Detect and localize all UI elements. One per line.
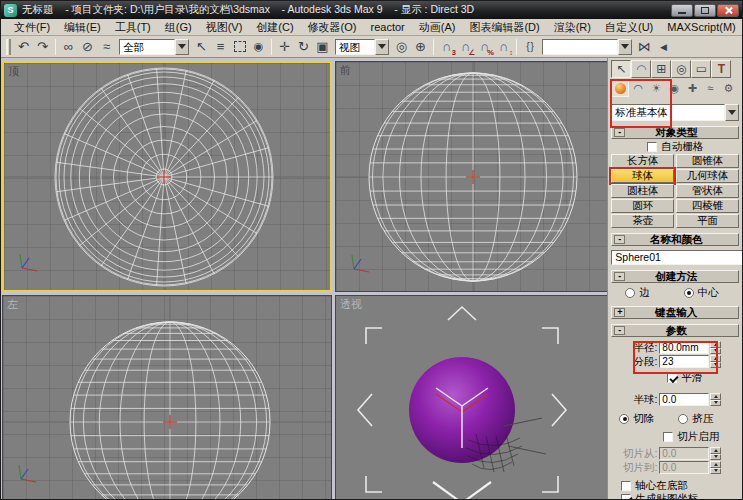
menu-edit[interactable]: 编辑(E) [57,19,108,36]
tab-motion[interactable] [671,60,691,78]
undo-icon[interactable] [14,38,33,56]
viewport-perspective-label[interactable]: 透视 [340,297,362,312]
bind-to-spacewarp-icon[interactable] [97,38,116,56]
tab-modify[interactable] [631,60,651,78]
tab-create[interactable] [611,60,631,78]
category-systems-icon[interactable] [719,80,737,97]
autogrid-checkbox[interactable] [647,142,657,152]
smooth-checkbox[interactable] [667,373,677,383]
select-and-link-icon[interactable] [59,38,78,56]
menu-reactor[interactable]: reactor [364,20,412,34]
hemisphere-field[interactable] [659,393,709,406]
rollout-name-color[interactable]: 名称和颜色 [611,233,739,246]
select-object-icon[interactable] [192,38,211,56]
named-selection-dropdown[interactable] [542,39,632,55]
tab-display[interactable] [691,60,711,78]
chop-radio[interactable] [619,414,629,424]
percent-snap-icon[interactable]: % [475,38,494,56]
category-cameras-icon[interactable] [665,80,683,97]
radius-spinner[interactable] [710,341,721,354]
select-move-icon[interactable] [275,38,294,56]
tab-utilities[interactable] [711,60,731,78]
menu-group[interactable]: 组(G) [158,19,199,36]
toolbar-grip[interactable] [6,39,11,55]
select-by-name-icon[interactable] [211,38,230,56]
geometry-category-arrow[interactable] [725,104,739,121]
named-selection-arrow[interactable] [618,39,632,55]
menu-tools[interactable]: 工具(T) [108,19,158,36]
category-geometry-icon[interactable] [611,80,629,97]
menu-graph-editors[interactable]: 图表编辑器(D) [462,19,546,36]
selection-filter-dropdown[interactable]: 全部 [119,39,189,55]
viewport-left-label[interactable]: 左 [7,297,18,312]
menu-maxscript[interactable]: MAXScript(M) [660,20,742,34]
segments-field[interactable] [659,355,709,368]
reference-coordsys-arrow[interactable] [375,39,389,55]
menu-animation[interactable]: 动画(A) [412,19,463,36]
angle-snap-icon[interactable]: ∠ [456,38,475,56]
menu-views[interactable]: 视图(V) [199,19,250,36]
viewport-perspective[interactable]: 透视 [335,295,607,499]
unlink-selection-icon[interactable] [78,38,97,56]
torus-button[interactable]: 圆环 [611,199,674,213]
snap-toggle-3d-icon[interactable]: 3 [437,38,456,56]
category-spacewarps-icon[interactable] [701,80,719,97]
geosphere-button[interactable]: 几何球体 [676,169,739,183]
tab-hierarchy[interactable] [651,60,671,78]
slice-on-checkbox[interactable] [663,432,673,442]
rollout-parameters[interactable]: 参数 [611,324,739,337]
redo-icon[interactable] [33,38,52,56]
viewport-top[interactable]: 顶 [2,61,332,292]
use-pivot-center-icon[interactable] [392,38,411,56]
slice-from-field[interactable] [659,447,709,460]
edit-named-selections-icon[interactable] [520,38,539,56]
object-name-field[interactable] [611,250,742,265]
close-button[interactable] [717,4,739,17]
menu-file[interactable]: 文件(F) [7,19,57,36]
toolbar-scroll-left-icon[interactable] [654,38,673,56]
select-manipulate-icon[interactable] [411,38,430,56]
center-radio[interactable] [684,288,694,298]
reference-coordsys-dropdown[interactable]: 视图 [335,39,389,55]
spinner-snap-icon[interactable]: ↕ [494,38,513,56]
viewport-top-label[interactable]: 顶 [8,64,19,79]
menu-customize[interactable]: 自定义(U) [598,19,660,36]
plane-button[interactable]: 平面 [676,214,739,228]
menu-rendering[interactable]: 渲染(R) [547,19,598,36]
squash-radio[interactable] [678,414,688,424]
box-button[interactable]: 长方体 [611,154,674,168]
sphere-button[interactable]: 球体 [611,169,674,183]
base-to-pivot-checkbox[interactable] [621,481,631,491]
window-crossing-icon[interactable] [249,38,268,56]
mapping-coords-checkbox[interactable] [621,494,631,500]
viewport-front-label[interactable]: 前 [340,63,351,78]
rollout-creation-method[interactable]: 创建方法 [611,270,739,283]
pyramid-button[interactable]: 四棱锥 [676,199,739,213]
mirror-icon[interactable] [635,38,654,56]
select-scale-icon[interactable] [313,38,332,56]
category-helpers-icon[interactable] [683,80,701,97]
rollout-object-type[interactable]: 对象类型 [611,126,739,139]
menu-create[interactable]: 创建(C) [249,19,300,36]
hemisphere-spinner[interactable] [710,393,721,406]
segments-spinner[interactable] [710,355,721,368]
radius-field[interactable] [659,341,709,354]
rollout-keyboard-entry[interactable]: 键盘输入 [611,306,739,319]
geometry-category-dropdown[interactable]: 标准基本体 [611,104,739,121]
viewport-front[interactable]: 前 [335,61,607,292]
slice-to-spinner[interactable] [710,461,721,474]
minimize-button[interactable] [671,4,693,17]
edge-radio[interactable] [625,288,635,298]
slice-to-field[interactable] [659,461,709,474]
cone-button[interactable]: 圆锥体 [676,154,739,168]
category-lights-icon[interactable] [647,80,665,97]
maximize-button[interactable] [694,4,716,17]
teapot-button[interactable]: 茶壶 [611,214,674,228]
cylinder-button[interactable]: 圆柱体 [611,184,674,198]
menu-modifiers[interactable]: 修改器(O) [301,19,364,36]
category-shapes-icon[interactable] [629,80,647,97]
viewport-left[interactable]: 左 [2,295,332,499]
tube-button[interactable]: 管状体 [676,184,739,198]
selection-filter-arrow[interactable] [175,39,189,55]
select-rotate-icon[interactable] [294,38,313,56]
